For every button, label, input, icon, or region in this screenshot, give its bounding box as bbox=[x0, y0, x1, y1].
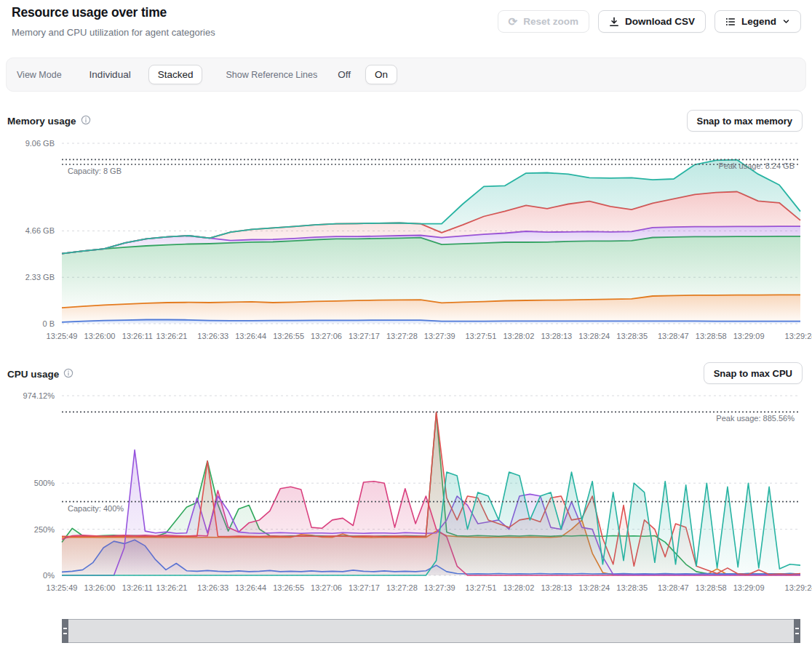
memory-section-title: Memory usage bbox=[7, 115, 91, 127]
svg-text:Peak usage: 885.56%: Peak usage: 885.56% bbox=[716, 414, 795, 423]
svg-text:13:28:47: 13:28:47 bbox=[658, 332, 689, 340]
svg-text:13:27:28: 13:27:28 bbox=[386, 583, 418, 592]
svg-text:9.06 GB: 9.06 GB bbox=[25, 139, 55, 148]
svg-text:13:28:58: 13:28:58 bbox=[696, 583, 727, 592]
brush-right-handle[interactable] bbox=[794, 619, 800, 643]
svg-text:13:28:58: 13:28:58 bbox=[696, 332, 727, 340]
snap-to-max-memory-button[interactable]: Snap to max memory bbox=[687, 110, 803, 132]
svg-text:2.33 GB: 2.33 GB bbox=[25, 273, 55, 281]
svg-text:13:27:51: 13:27:51 bbox=[465, 332, 496, 340]
cpu-usage-chart[interactable]: 974.12%500%250%0%13:25:4913:26:0013:26:1… bbox=[0, 389, 812, 600]
svg-text:13:28:02: 13:28:02 bbox=[503, 583, 534, 592]
svg-text:13:28:24: 13:28:24 bbox=[578, 332, 610, 340]
svg-text:13:28:35: 13:28:35 bbox=[616, 332, 648, 340]
svg-text:Peak usage: 8.24 GB: Peak usage: 8.24 GB bbox=[718, 161, 795, 170]
svg-text:0 B: 0 B bbox=[42, 319, 55, 328]
svg-text:13:28:13: 13:28:13 bbox=[541, 583, 572, 592]
svg-text:13:26:55: 13:26:55 bbox=[273, 332, 304, 340]
reference-off[interactable]: Off bbox=[329, 65, 359, 84]
page-title: Resource usage over time bbox=[12, 5, 167, 20]
page-subtitle: Memory and CPU utilization for agent cat… bbox=[12, 27, 215, 38]
svg-text:13:27:06: 13:27:06 bbox=[311, 583, 342, 592]
brush-left-handle[interactable] bbox=[62, 619, 68, 643]
legend-list-icon bbox=[725, 17, 736, 27]
svg-text:13:29:09: 13:29:09 bbox=[733, 332, 765, 340]
svg-text:13:28:47: 13:28:47 bbox=[658, 583, 689, 592]
header-actions: ⟳ Reset zoom Download CSV Legend bbox=[498, 10, 801, 33]
svg-text:13:26:21: 13:26:21 bbox=[156, 583, 188, 592]
cpu-section-title: CPU usage bbox=[7, 368, 73, 380]
svg-text:13:26:11: 13:26:11 bbox=[122, 332, 153, 340]
svg-text:13:28:24: 13:28:24 bbox=[578, 583, 610, 592]
svg-text:13:27:17: 13:27:17 bbox=[349, 332, 380, 340]
svg-text:13:27:06: 13:27:06 bbox=[311, 332, 342, 340]
svg-text:Capacity: 8 GB: Capacity: 8 GB bbox=[68, 167, 122, 175]
svg-text:13:25:49: 13:25:49 bbox=[47, 583, 78, 592]
chevron-down-icon bbox=[782, 17, 790, 25]
reset-zoom-button[interactable]: ⟳ Reset zoom bbox=[498, 10, 589, 33]
svg-text:13:26:00: 13:26:00 bbox=[84, 583, 116, 592]
svg-text:13:27:17: 13:27:17 bbox=[349, 583, 380, 592]
reference-on[interactable]: On bbox=[365, 65, 397, 84]
svg-text:13:26:33: 13:26:33 bbox=[197, 583, 228, 592]
svg-text:13:26:00: 13:26:00 bbox=[84, 332, 116, 340]
svg-text:13:27:28: 13:27:28 bbox=[386, 332, 418, 340]
snap-to-max-cpu-button[interactable]: Snap to max CPU bbox=[704, 362, 803, 384]
resource-usage-page: Resource usage over time Memory and CPU … bbox=[0, 0, 812, 659]
svg-text:13:26:55: 13:26:55 bbox=[273, 583, 304, 592]
svg-text:4.66 GB: 4.66 GB bbox=[25, 226, 55, 235]
svg-text:13:27:39: 13:27:39 bbox=[424, 332, 455, 340]
reference-lines-label: Show Reference Lines bbox=[226, 70, 317, 80]
svg-text:13:29:09: 13:29:09 bbox=[733, 583, 765, 592]
legend-button[interactable]: Legend bbox=[715, 10, 801, 33]
svg-text:13:26:21: 13:26:21 bbox=[156, 332, 188, 340]
svg-text:974.12%: 974.12% bbox=[23, 391, 55, 400]
svg-text:13:28:02: 13:28:02 bbox=[503, 332, 534, 340]
view-mode-label: View Mode bbox=[17, 70, 62, 80]
download-csv-button[interactable]: Download CSV bbox=[598, 10, 706, 33]
refresh-icon: ⟳ bbox=[509, 16, 518, 27]
svg-text:13:29:24: 13:29:24 bbox=[785, 332, 812, 340]
svg-text:13:26:44: 13:26:44 bbox=[235, 332, 266, 340]
time-range-brush[interactable] bbox=[62, 619, 800, 643]
svg-text:250%: 250% bbox=[34, 525, 55, 534]
svg-text:0%: 0% bbox=[43, 571, 55, 580]
svg-text:13:25:49: 13:25:49 bbox=[47, 332, 78, 340]
svg-text:500%: 500% bbox=[34, 479, 55, 487]
download-icon bbox=[609, 17, 619, 27]
memory-usage-chart[interactable]: 9.06 GB4.66 GB2.33 GB0 B13:25:4913:26:00… bbox=[0, 137, 812, 348]
view-options-toolbar: View Mode Individual Stacked Show Refere… bbox=[6, 57, 806, 92]
view-mode-stacked[interactable]: Stacked bbox=[148, 65, 203, 84]
svg-text:13:27:39: 13:27:39 bbox=[424, 583, 455, 592]
grip-icon bbox=[795, 628, 799, 634]
svg-text:13:27:51: 13:27:51 bbox=[465, 583, 496, 592]
view-mode-individual[interactable]: Individual bbox=[81, 65, 140, 84]
svg-text:13:29:24: 13:29:24 bbox=[785, 583, 812, 592]
info-icon[interactable] bbox=[63, 368, 73, 380]
svg-text:13:26:11: 13:26:11 bbox=[122, 583, 153, 592]
grip-icon bbox=[63, 628, 67, 634]
svg-text:13:28:13: 13:28:13 bbox=[541, 332, 572, 340]
svg-text:Capacity: 400%: Capacity: 400% bbox=[68, 504, 124, 513]
svg-text:13:28:35: 13:28:35 bbox=[616, 583, 648, 592]
svg-text:13:26:33: 13:26:33 bbox=[197, 332, 228, 340]
info-icon[interactable] bbox=[81, 115, 91, 127]
svg-text:13:26:44: 13:26:44 bbox=[235, 583, 266, 592]
